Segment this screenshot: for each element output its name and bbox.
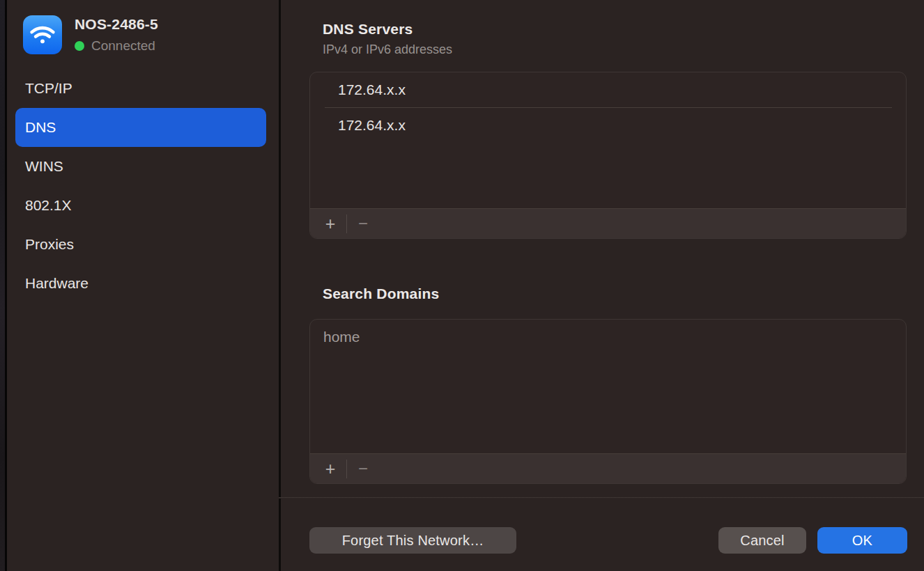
sidebar-item-hardware[interactable]: Hardware <box>15 264 266 303</box>
search-domains-list-toolbar: + − <box>310 453 906 483</box>
search-domains-list: home + − <box>309 319 907 484</box>
wifi-icon <box>23 15 62 54</box>
sidebar-item-dns[interactable]: DNS <box>15 108 266 147</box>
connected-dot-icon <box>75 41 84 51</box>
dns-server-row[interactable]: 172.64.x.x <box>310 108 906 143</box>
background-window-edge <box>0 0 7 571</box>
add-dns-server-button[interactable]: + <box>319 212 341 235</box>
footer-divider <box>279 497 924 499</box>
network-status-label: Connected <box>91 38 155 54</box>
footer-bar: Forget This Network… Cancel OK <box>309 527 907 554</box>
add-search-domain-button[interactable]: + <box>319 457 341 480</box>
dns-servers-subtitle: IPv4 or IPv6 addresses <box>323 42 452 57</box>
sidebar-item-tcpip[interactable]: TCP/IP <box>15 69 266 108</box>
sidebar-item-proxies[interactable]: Proxies <box>15 225 266 264</box>
remove-search-domain-button[interactable]: − <box>352 457 374 480</box>
dns-servers-list-toolbar: + − <box>310 208 906 238</box>
sidebar-item-wins[interactable]: WINS <box>15 147 266 186</box>
dns-servers-heading: DNS Servers <box>323 21 413 38</box>
cancel-button[interactable]: Cancel <box>718 527 806 554</box>
sidebar-item-8021x[interactable]: 802.1X <box>15 186 266 225</box>
network-status: Connected <box>75 38 158 54</box>
dns-pane: DNS Servers IPv4 or IPv6 addresses 172.6… <box>281 0 924 571</box>
network-header: NOS-2486-5 Connected <box>23 15 158 54</box>
toolbar-separator <box>346 460 347 478</box>
sidebar-list: TCP/IP DNS WINS 802.1X Proxies Hardware <box>15 69 266 303</box>
toolbar-separator <box>346 214 347 233</box>
sidebar: NOS-2486-5 Connected TCP/IP DNS WINS 802… <box>9 0 279 571</box>
ok-button[interactable]: OK <box>817 527 907 554</box>
search-domains-heading: Search Domains <box>323 286 439 302</box>
forget-network-button[interactable]: Forget This Network… <box>309 527 516 554</box>
dns-server-row[interactable]: 172.64.x.x <box>310 72 906 107</box>
dns-servers-list: 172.64.x.x 172.64.x.x + − <box>309 72 907 239</box>
search-domain-row[interactable]: home <box>310 320 906 354</box>
remove-dns-server-button[interactable]: − <box>352 212 374 235</box>
network-name: NOS-2486-5 <box>75 16 158 33</box>
